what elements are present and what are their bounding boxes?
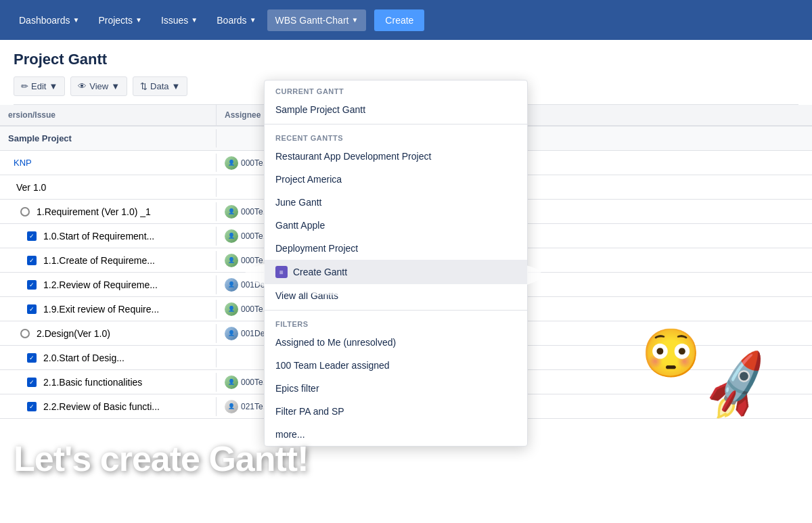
overlay-cta-text: Let's create Gantt! <box>14 438 309 479</box>
issue-title: 2.2.Review of Basic functi... <box>43 401 160 412</box>
cell-issue: 1.0.Start of Requirement... <box>0 227 217 246</box>
data-icon: ⇅ <box>140 81 148 91</box>
nav-boards-chevron: ▼ <box>250 16 256 24</box>
edit-chevron: ▼ <box>49 81 58 91</box>
wbs-dropdown: CURRENT GANTT Sample Project Gantt RECEN… <box>264 80 528 447</box>
group-label: Sample Project <box>8 133 72 143</box>
avatar: 👤 <box>225 376 238 389</box>
nav-issues[interactable]: Issues ▼ <box>153 9 206 31</box>
cell-issue: 1.2.Review of Requireme... <box>0 275 217 294</box>
eyes-emoji: 😳 <box>641 325 700 381</box>
issue-title: 1.Requirement (Ver 1.0) _1 <box>37 206 151 217</box>
dropdown-create-gantt[interactable]: ≡ Create Gantt <box>265 260 527 284</box>
data-label: Data <box>150 81 168 91</box>
issue-title: 1.9.Exit review of Require... <box>43 304 159 315</box>
checkbox-icon <box>27 231 37 241</box>
col-header-issue: ersion/Issue <box>0 105 217 125</box>
dropdown-view-all-gantts[interactable]: View all Gantts <box>265 284 527 307</box>
page-title: Project Gantt <box>14 51 798 68</box>
issue-link[interactable]: KNP <box>14 158 32 168</box>
recent-gantts-label: RECENT GANTTS <box>265 127 527 145</box>
view-chevron: ▼ <box>111 81 120 91</box>
issue-title: 1.1.Create of Requireme... <box>43 255 155 266</box>
issue-title: 1.0.Start of Requirement... <box>43 231 154 242</box>
issue-title: 2.1.Basic functionalities <box>43 377 142 388</box>
nav-projects[interactable]: Projects ▼ <box>90 9 150 31</box>
dropdown-divider-2 <box>265 310 527 311</box>
cell-issue: 2.Design(Ver 1.0) <box>0 324 217 343</box>
circle-icon <box>20 207 30 217</box>
avatar: 👤 <box>225 156 238 170</box>
avatar: 👤 <box>225 302 238 316</box>
filters-label: FILTERS <box>265 313 527 331</box>
nav-projects-chevron: ▼ <box>135 16 142 24</box>
create-button[interactable]: Create <box>374 9 424 31</box>
dropdown-recent-item-2[interactable]: June Gantt <box>265 191 527 214</box>
dropdown-divider <box>265 124 527 124</box>
checkbox-icon <box>27 353 37 363</box>
dropdown-filter-3[interactable]: Filter PA and SP <box>265 400 527 423</box>
top-navigation: Dashboards ▼ Projects ▼ Issues ▼ Boards … <box>0 0 812 40</box>
circle-icon <box>20 329 30 338</box>
nav-issues-label: Issues <box>161 15 188 26</box>
avatar: 👤 <box>225 400 238 413</box>
issue-title: 2.0.Start of Desig... <box>43 353 125 363</box>
nav-wbs[interactable]: WBS Gantt-Chart ▼ <box>267 9 367 31</box>
issue-title: Ver 1.0 <box>16 182 46 193</box>
cell-issue: Ver 1.0 <box>0 178 217 197</box>
nav-wbs-chevron: ▼ <box>351 16 358 24</box>
cell-issue: 2.2.Review of Basic functi... <box>0 397 217 416</box>
nav-wbs-label: WBS Gantt-Chart <box>275 15 349 26</box>
dropdown-recent-item-3[interactable]: Gantt Apple <box>265 214 527 237</box>
cell-issue: Sample Project <box>0 129 217 147</box>
avatar: 👤 <box>225 254 238 267</box>
checkbox-icon <box>27 280 37 290</box>
dropdown-filter-1[interactable]: 100 Team Leader assigned <box>265 354 527 377</box>
dropdown-recent-item-0[interactable]: Restaurant App Development Project <box>265 145 527 168</box>
issue-title: 1.2.Review of Requireme... <box>43 279 158 290</box>
nav-dashboards[interactable]: Dashboards ▼ <box>11 9 87 31</box>
nav-dashboards-chevron: ▼ <box>73 16 80 24</box>
nav-issues-chevron: ▼ <box>191 16 198 24</box>
avatar: 👤 <box>225 327 238 340</box>
nav-boards[interactable]: Boards ▼ <box>208 9 264 31</box>
eye-icon: 👁 <box>78 81 87 91</box>
cell-issue: 1.9.Exit review of Require... <box>0 300 217 319</box>
dropdown-filter-2[interactable]: Epics filter <box>265 377 527 400</box>
view-label: View <box>89 81 108 91</box>
dropdown-filter-0[interactable]: Assigned to Me (unresolved) <box>265 331 527 354</box>
edit-button[interactable]: ✏ Edit ▼ <box>14 76 65 96</box>
page-content: Project Gantt ✏ Edit ▼ 👁 View ▼ ⇅ Data ▼… <box>0 40 812 523</box>
data-button[interactable]: ⇅ Data ▼ <box>133 76 187 96</box>
cell-issue: 1.Requirement (Ver 1.0) _1 <box>0 202 217 221</box>
create-gantt-icon: ≡ <box>275 266 288 278</box>
cell-issue: 2.0.Start of Desig... <box>0 348 217 367</box>
current-gantt-label: CURRENT GANTT <box>265 81 527 98</box>
dropdown-recent-item-1[interactable]: Project America <box>265 168 527 191</box>
checkbox-icon <box>27 402 37 411</box>
checkbox-icon <box>27 378 37 387</box>
avatar: 👤 <box>225 229 238 243</box>
checkbox-icon <box>27 304 37 314</box>
cell-issue: KNP <box>0 154 217 172</box>
issue-title: 2.Design(Ver 1.0) <box>37 328 110 339</box>
data-chevron: ▼ <box>172 81 181 91</box>
cell-issue: 1.1.Create of Requireme... <box>0 251 217 270</box>
edit-icon: ✏ <box>21 81 28 91</box>
avatar: 👤 <box>225 278 238 292</box>
dropdown-current-gantt-item[interactable]: Sample Project Gantt <box>265 98 527 121</box>
nav-dashboards-label: Dashboards <box>19 15 70 26</box>
view-button[interactable]: 👁 View ▼ <box>70 76 127 96</box>
cell-issue: 2.1.Basic functionalities <box>0 373 217 392</box>
nav-projects-label: Projects <box>98 15 133 26</box>
dropdown-recent-item-4[interactable]: Deployment Project <box>265 237 527 260</box>
avatar: 👤 <box>225 205 238 219</box>
edit-label: Edit <box>31 81 46 91</box>
checkbox-icon <box>27 256 37 265</box>
nav-boards-label: Boards <box>217 15 246 26</box>
